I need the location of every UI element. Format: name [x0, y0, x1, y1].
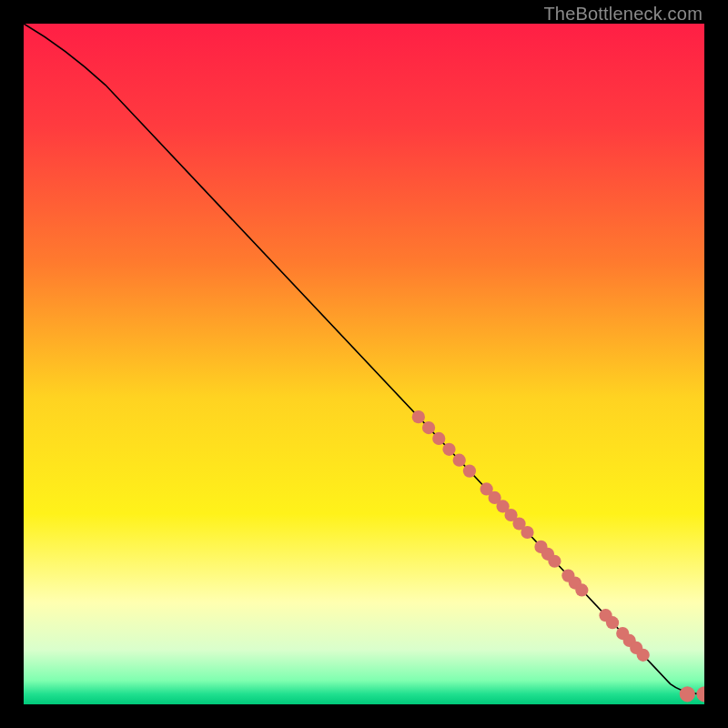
data-point [606, 616, 619, 629]
data-point [432, 432, 445, 445]
watermark-text: TheBottleneck.com [543, 4, 703, 25]
chart-stage: TheBottleneck.com [0, 0, 728, 728]
data-point [463, 465, 476, 478]
data-point [521, 526, 533, 539]
curve-layer [24, 24, 704, 704]
bottleneck-curve [24, 24, 704, 694]
data-point [422, 421, 435, 434]
data-point [548, 555, 561, 568]
data-point [453, 454, 466, 467]
data-point [575, 583, 588, 596]
data-point [680, 686, 695, 702]
data-point [412, 410, 425, 423]
plot-area [24, 24, 704, 704]
data-point [637, 649, 650, 662]
data-markers [412, 410, 704, 702]
data-point [442, 443, 455, 456]
data-point [696, 686, 704, 702]
